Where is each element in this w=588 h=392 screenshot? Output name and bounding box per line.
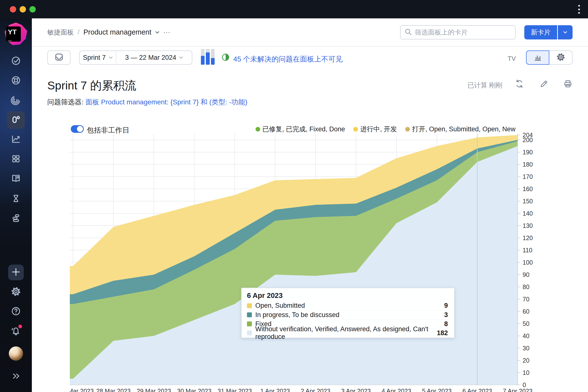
cumulative-flow-chart[interactable]: 0102030405060708090100110120130140150160… xyxy=(70,133,539,392)
tooltip-swatch-icon xyxy=(247,303,252,308)
sidebar-item-activity[interactable] xyxy=(10,94,22,106)
create-button[interactable] xyxy=(8,264,24,280)
svg-text:0: 0 xyxy=(522,382,526,388)
chart-tooltip: 6 Apr 2023 Open, Submitted9In progress, … xyxy=(241,288,455,338)
svg-text:120: 120 xyxy=(522,234,533,241)
legend-item[interactable]: 进行中, 开发 xyxy=(353,125,397,134)
legend-dot-icon xyxy=(256,127,260,132)
gear-icon xyxy=(10,286,22,298)
date-range-label: 3 — 22 Mar 2024 xyxy=(125,54,176,62)
tooltip-row: In progress, To be discussed3 xyxy=(247,310,448,319)
include-non-working-days-toggle[interactable] xyxy=(71,125,84,133)
double-chevron-right-icon xyxy=(10,370,22,383)
tooltip-swatch-icon xyxy=(247,312,252,317)
svg-text:30: 30 xyxy=(522,345,530,352)
agile-board-icon xyxy=(10,114,22,126)
legend-item[interactable]: 打开, Open, Submitted, Open, New xyxy=(405,125,516,134)
sprint-selector: Sprint 7 3 — 22 Mar 2024 xyxy=(79,50,192,65)
tooltip-swatch-icon xyxy=(247,322,252,326)
breadcrumb-separator: / xyxy=(78,28,80,36)
report-title: Sprint 7 的累积流 xyxy=(47,78,136,93)
search-input[interactable] xyxy=(415,29,511,36)
legend-label: 已修复, 已完成, Fixed, Done xyxy=(262,125,345,134)
svg-text:180: 180 xyxy=(522,161,533,168)
tv-mode-label[interactable]: TV xyxy=(508,55,516,62)
tooltip-value: 182 xyxy=(437,329,448,337)
unresolved-issues-link[interactable]: 45 个未解决的问题在面板上不可见 xyxy=(233,54,342,64)
svg-text:_: _ xyxy=(8,34,12,42)
breadcrumb: 敏捷面板 / Product management ⋯ xyxy=(47,18,171,46)
legend-dot-icon xyxy=(353,127,358,132)
tooltip-swatch-icon xyxy=(247,330,252,336)
window-titlebar xyxy=(0,0,588,18)
chart-view-button[interactable] xyxy=(526,50,549,65)
svg-text:1 Apr 2023: 1 Apr 2023 xyxy=(260,388,290,392)
page-header: 敏捷面板 / Product management ⋯ 新卡片 xyxy=(32,18,588,46)
svg-text:4 Apr 2023: 4 Apr 2023 xyxy=(382,388,411,392)
calculated-status: 已计算 刚刚 xyxy=(468,81,502,90)
minimize-window-button[interactable] xyxy=(20,6,26,12)
sidebar-item-issues[interactable] xyxy=(10,55,22,67)
avatar[interactable] xyxy=(9,346,23,361)
tray-icon xyxy=(55,53,64,62)
svg-text:29 Mar 2023: 29 Mar 2023 xyxy=(137,388,171,392)
maximize-window-button[interactable] xyxy=(30,6,36,12)
chevron-down-icon[interactable] xyxy=(155,30,159,34)
check-circle-icon xyxy=(10,55,22,68)
svg-text:130: 130 xyxy=(522,222,533,229)
sidebar-item-reports[interactable] xyxy=(10,134,22,146)
sprint-label: Sprint 7 xyxy=(83,54,106,62)
breadcrumb-section[interactable]: 敏捷面板 xyxy=(47,28,74,37)
svg-text:140: 140 xyxy=(522,210,533,217)
filter-query-link[interactable]: 面板 Product management: {Sprint 7} 和 (类型:… xyxy=(86,98,248,106)
sidebar-item-notifications[interactable] xyxy=(10,325,22,337)
svg-text:190: 190 xyxy=(522,149,533,156)
sprint-dropdown[interactable]: Sprint 7 xyxy=(80,51,116,64)
breadcrumb-board-name[interactable]: Product management xyxy=(84,28,152,36)
sidebar-item-settings[interactable] xyxy=(10,286,22,298)
svg-text:28 Mar 2023: 28 Mar 2023 xyxy=(96,388,130,392)
svg-text:170: 170 xyxy=(522,173,533,180)
breadcrumb-more-button[interactable]: ⋯ xyxy=(163,28,171,36)
legend-item[interactable]: 已修复, 已完成, Fixed, Done xyxy=(256,125,345,134)
sidebar-item-help[interactable] xyxy=(10,306,22,318)
sidebar-item-timesheets[interactable] xyxy=(10,193,22,205)
svg-text:90: 90 xyxy=(522,271,530,278)
refresh-button[interactable] xyxy=(514,79,524,89)
sprint-progress-icon[interactable] xyxy=(201,49,214,65)
svg-text:20: 20 xyxy=(522,357,530,364)
close-window-button[interactable] xyxy=(10,6,16,12)
sidebar-item-knowledge-base[interactable] xyxy=(10,173,22,185)
edit-report-button[interactable] xyxy=(539,79,549,89)
card-search-box[interactable] xyxy=(400,25,516,40)
legend-label: 进行中, 开发 xyxy=(360,125,397,134)
board-display-mode-button[interactable] xyxy=(47,50,70,65)
svg-text:110: 110 xyxy=(522,247,532,254)
sidebar-item-gantt[interactable] xyxy=(10,213,22,224)
legend-label: 打开, Open, Submitted, Open, New xyxy=(412,125,516,134)
legend-dot-icon xyxy=(405,127,410,132)
window-menu-icon[interactable] xyxy=(578,5,580,14)
chart-settings-button[interactable] xyxy=(549,50,572,65)
sidebar-item-projects[interactable] xyxy=(10,75,22,87)
sidebar-item-agile-board[interactable] xyxy=(7,111,25,129)
svg-text:70: 70 xyxy=(522,296,530,302)
sidebar-item-dashboards[interactable] xyxy=(10,153,22,165)
print-button[interactable] xyxy=(563,79,573,89)
svg-text:6 Apr 2023: 6 Apr 2023 xyxy=(462,388,492,392)
tooltip-row: Open, Submitted9 xyxy=(247,301,448,310)
new-card-dropdown-button[interactable] xyxy=(558,25,572,40)
tooltip-date: 6 Apr 2023 xyxy=(247,292,448,300)
filter-label: 问题筛选器: xyxy=(47,98,84,106)
youtrack-logo[interactable]: YT _ xyxy=(5,22,27,45)
chart-legend: 已修复, 已完成, Fixed, Done进行中, 开发打开, Open, Su… xyxy=(256,125,516,134)
svg-text:10: 10 xyxy=(522,369,530,376)
svg-text:100: 100 xyxy=(522,259,533,266)
svg-text:2 Apr 2023: 2 Apr 2023 xyxy=(301,388,330,392)
svg-text:60: 60 xyxy=(522,308,530,315)
new-card-button[interactable]: 新卡片 xyxy=(524,25,557,40)
histogram-icon xyxy=(532,52,543,64)
date-range-dropdown[interactable]: 3 — 22 Mar 2024 xyxy=(116,51,192,64)
tooltip-row: Without verification, Verified, Answered… xyxy=(247,328,448,337)
sidebar-expand-button[interactable] xyxy=(10,371,22,382)
